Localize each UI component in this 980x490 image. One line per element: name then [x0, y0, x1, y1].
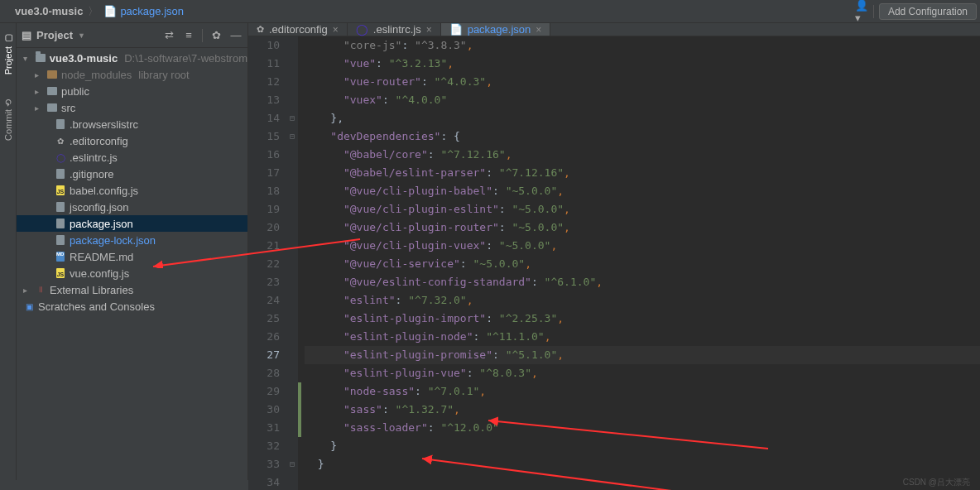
folder-icon [46, 102, 58, 113]
json-icon: 📄 [449, 23, 463, 36]
gear-icon: ✿ [257, 24, 264, 35]
tree-babel[interactable]: JS babel.config.js [17, 182, 247, 199]
js-icon: JS [55, 267, 66, 279]
json-icon [55, 218, 66, 229]
chevron-right-icon: ▸ [35, 70, 43, 79]
eslint-icon: ◯ [356, 23, 368, 36]
divider [873, 5, 874, 18]
git-icon [55, 168, 66, 180]
json-icon [55, 234, 66, 246]
add-configuration-button[interactable]: Add Configuration [879, 3, 977, 20]
gear-icon[interactable]: ✿ [209, 29, 223, 42]
json-icon: 📄 [103, 5, 117, 17]
chevron-right-icon: 〉 [88, 4, 98, 19]
tree-root[interactable]: ▾ vue3.0-music D:\1-software\7-webstrom [17, 50, 247, 66]
breadcrumb[interactable]: vue3.0-music 〉 📄 package.json [3, 4, 184, 19]
scratches-icon: ▣ [23, 300, 35, 312]
user-add-icon[interactable]: 👤▾ [855, 5, 868, 18]
tree-readme[interactable]: MD README.md [17, 248, 247, 265]
project-icon: ▤ [22, 29, 31, 41]
chevron-right-icon: ▸ [35, 87, 43, 96]
rail-tab-project[interactable]: Project▢ [2, 33, 13, 74]
tree-public[interactable]: ▸ public [17, 83, 247, 99]
close-icon[interactable]: × [333, 24, 339, 36]
eslint-icon: ◯ [55, 151, 66, 163]
hide-icon[interactable]: — [229, 29, 243, 42]
breadcrumb-root[interactable]: vue3.0-music [15, 5, 83, 17]
tab-eslintrc[interactable]: ◯ .eslintrc.js × [348, 23, 441, 36]
tab-editorconfig[interactable]: ✿ .editorconfig × [248, 23, 348, 36]
tree-scratches[interactable]: ▣ Scratches and Consoles [17, 298, 247, 315]
tree-package-json[interactable]: package.json [17, 215, 247, 232]
js-icon: JS [55, 185, 66, 196]
tree-package-lock[interactable]: package-lock.json [17, 232, 247, 248]
tree-gitignore[interactable]: .gitignore [17, 166, 247, 182]
library-icon: ⫴ [35, 284, 46, 295]
chevron-down-icon: ▼ [78, 31, 85, 40]
close-icon[interactable]: × [536, 24, 541, 36]
tab-package-json[interactable]: 📄 package.json × [441, 23, 551, 36]
tree-jsconfig[interactable]: jsconfig.json [17, 199, 247, 215]
chevron-right-icon: ▸ [23, 286, 31, 295]
expand-all-icon[interactable]: ≡ [182, 29, 195, 42]
tree-eslintrc[interactable]: ◯ .eslintrc.js [17, 149, 247, 166]
folder-icon [46, 85, 58, 97]
code-editor[interactable]: 1011121314151617181920212223242526272829… [248, 36, 980, 490]
project-tree[interactable]: ▾ vue3.0-music D:\1-software\7-webstrom … [17, 48, 247, 480]
tree-editorconfig[interactable]: ✿ .editorconfig [17, 132, 247, 149]
tree-external-libraries[interactable]: ▸ ⫴ External Libraries [17, 281, 247, 298]
folder-icon: ▢ [2, 33, 13, 44]
commit-icon: ⟲ [2, 99, 13, 107]
close-icon[interactable]: × [426, 24, 432, 36]
markdown-icon: MD [55, 251, 66, 262]
chevron-down-icon: ▾ [23, 54, 31, 63]
json-icon [55, 201, 66, 213]
rail-tab-commit[interactable]: Commit⟲ [2, 99, 13, 141]
panel-title[interactable]: ▤ Project ▼ [22, 29, 85, 41]
select-opened-file-icon[interactable]: ⇄ [162, 29, 175, 42]
watermark: CSDN @吕大漂亮 [903, 477, 970, 488]
tree-src[interactable]: ▸ src [17, 99, 247, 116]
tree-browserslistrc[interactable]: .browserslistrc [17, 116, 247, 132]
gear-icon: ✿ [55, 135, 66, 147]
folder-icon [46, 69, 58, 80]
tree-node-modules[interactable]: ▸ node_modules library root [17, 66, 247, 83]
breadcrumb-file[interactable]: 📄 package.json [103, 5, 184, 17]
file-icon [55, 118, 66, 130]
folder-icon [35, 52, 46, 64]
editor-tabs: ✿ .editorconfig × ◯ .eslintrc.js × 📄 pac… [248, 23, 980, 36]
chevron-right-icon: ▸ [35, 103, 43, 113]
tree-vueconfig[interactable]: JS vue.config.js [17, 265, 247, 281]
